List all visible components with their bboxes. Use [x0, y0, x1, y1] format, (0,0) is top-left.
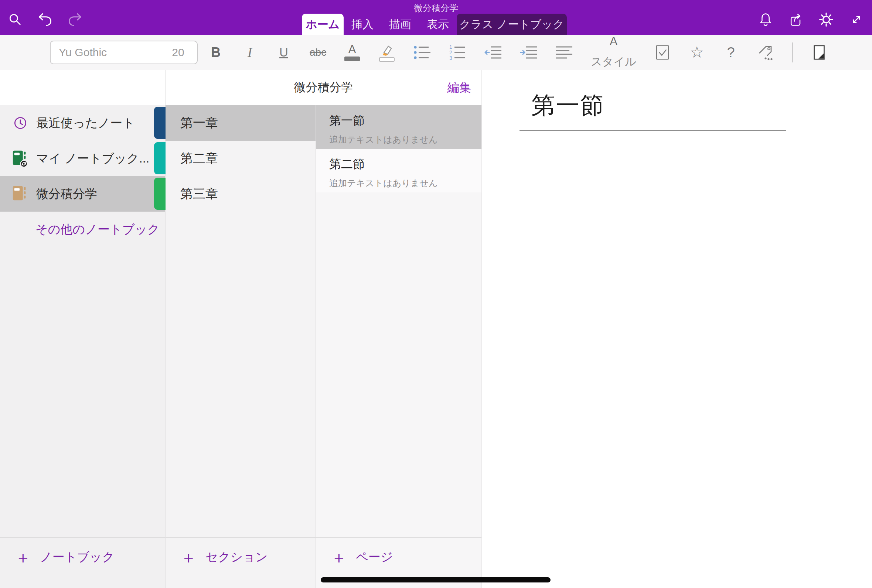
font-picker[interactable]: Yu Gothic 20 — [50, 40, 198, 64]
outdent-icon[interactable] — [485, 40, 502, 64]
toolbar-divider — [792, 42, 793, 62]
page-marker-icon[interactable] — [810, 40, 828, 64]
bullet-list-icon[interactable] — [413, 40, 431, 64]
tab-home[interactable]: ホーム — [302, 14, 344, 35]
home-indicator-bar[interactable] — [321, 577, 551, 582]
section-item[interactable]: 第二章 — [165, 141, 315, 176]
plus-icon: ＋ — [180, 549, 197, 566]
center-body: 第一章 第二章 第三章 ＋ セクション — [165, 105, 482, 588]
center-panel: 微分積分学 編集 第一章 第二章 第三章 ＋ — [165, 70, 482, 588]
notebook-sync-icon — [11, 149, 30, 168]
notifications-bell-icon[interactable] — [758, 12, 774, 28]
tab-view[interactable]: 表示 — [419, 14, 457, 35]
tab-draw[interactable]: 描画 — [381, 14, 419, 35]
add-section-button[interactable]: ＋ セクション — [180, 549, 268, 566]
notebook-icon — [11, 184, 30, 204]
section-list: 第一章 第二章 第三章 ＋ セクション — [165, 105, 315, 588]
section-item[interactable]: 第一章 — [165, 105, 315, 141]
notebook-header: 微分積分学 編集 — [165, 70, 482, 105]
section-footer: ＋ セクション — [165, 537, 315, 588]
page-item-title: 第二節 — [329, 156, 482, 172]
main-content: 最近使ったノート マイ ノートブック... — [0, 70, 872, 588]
document-title: 微分積分学 — [0, 2, 872, 14]
section-label: 第三章 — [180, 185, 218, 202]
section-item[interactable]: 第三章 — [165, 176, 315, 212]
page-list: 第一節 追加テキストはありません 第二節 追加テキストはありません ＋ ページ — [315, 105, 482, 588]
sidebar-item-recent-notes[interactable]: 最近使ったノート — [0, 105, 165, 141]
section-color-tab — [154, 107, 165, 139]
plus-icon: ＋ — [331, 549, 347, 566]
page-item-subtitle: 追加テキストはありません — [329, 177, 482, 189]
bold-button[interactable]: B — [208, 40, 224, 64]
sidebar-item-calculus-notebook[interactable]: 微分積分学 — [0, 176, 165, 212]
svg-text:1: 1 — [449, 44, 452, 50]
format-toolbar: Yu Gothic 20 B I U abc A 1 — [0, 35, 872, 70]
sidebar-item-label: マイ ノートブック... — [36, 150, 149, 167]
topbar-right-icons — [758, 12, 864, 28]
font-color-swatch — [344, 57, 360, 61]
note-canvas[interactable]: 第一節 — [482, 70, 872, 588]
notebooks-sidebar: 最近使ったノート マイ ノートブック... — [0, 70, 165, 588]
svg-text:3: 3 — [449, 55, 452, 61]
top-app-bar: 微分積分学 ホーム 挿入 描画 表示 クラス ノートブック — [0, 0, 872, 35]
plus-icon: ＋ — [15, 549, 31, 566]
italic-button[interactable]: I — [242, 40, 258, 64]
styles-button[interactable]: A スタイル — [591, 40, 636, 64]
edit-button[interactable]: 編集 — [447, 70, 471, 105]
note-title[interactable]: 第一節 — [531, 89, 605, 122]
sidebar-item-label: 最近使ったノート — [36, 115, 135, 132]
settings-gear-icon[interactable] — [818, 12, 834, 28]
question-tag-icon[interactable]: ? — [723, 40, 739, 64]
clock-icon — [11, 115, 30, 131]
note-title-underline — [519, 130, 786, 131]
share-icon[interactable] — [788, 12, 804, 28]
ribbon-tabs: ホーム 挿入 描画 表示 クラス ノートブック — [302, 14, 567, 35]
section-color-tab — [154, 178, 165, 210]
page-item[interactable]: 第二節 追加テキストはありません — [316, 149, 482, 192]
todo-checkbox-icon[interactable] — [654, 40, 671, 64]
svg-text:2: 2 — [449, 50, 452, 56]
section-color-tab — [154, 142, 165, 174]
indent-icon[interactable] — [520, 40, 537, 64]
tag-more-icon[interactable] — [757, 40, 774, 64]
style-letter: A — [610, 36, 617, 47]
tab-class-notebook[interactable]: クラス ノートブック — [457, 14, 567, 35]
font-size-value[interactable]: 20 — [159, 46, 197, 59]
alignment-icon[interactable] — [555, 40, 573, 64]
sidebar-footer: ＋ ノートブック — [0, 537, 165, 588]
add-notebook-button[interactable]: ＋ ノートブック — [15, 549, 114, 566]
more-notebooks-link[interactable]: その他のノートブック — [0, 212, 165, 247]
add-page-button[interactable]: ＋ ページ — [331, 549, 393, 566]
important-star-icon[interactable]: ☆ — [689, 40, 705, 64]
font-name-value[interactable]: Yu Gothic — [51, 46, 159, 59]
numbered-list-icon[interactable]: 1 2 3 — [449, 40, 467, 64]
strikethrough-button[interactable]: abc — [310, 40, 326, 64]
style-label: スタイル — [591, 54, 636, 69]
page-item-subtitle: 追加テキストはありません — [329, 134, 482, 146]
underline-button[interactable]: U — [276, 40, 292, 64]
font-color-button[interactable]: A — [344, 40, 360, 64]
section-label: 第二章 — [180, 150, 218, 167]
sidebar-header — [0, 70, 165, 105]
tab-insert[interactable]: 挿入 — [344, 14, 381, 35]
format-buttons: B I U abc A 1 2 3 — [208, 35, 828, 70]
notebook-header-title: 微分積分学 — [294, 80, 353, 96]
page-item-title: 第一節 — [329, 112, 482, 129]
fullscreen-expand-icon[interactable] — [848, 12, 864, 28]
sidebar-item-label: 微分積分学 — [36, 186, 97, 202]
section-label: 第一章 — [180, 114, 218, 132]
highlighter-button[interactable] — [378, 40, 396, 64]
sidebar-item-my-notebooks[interactable]: マイ ノートブック... — [0, 141, 165, 176]
page-item[interactable]: 第一節 追加テキストはありません — [316, 105, 482, 149]
